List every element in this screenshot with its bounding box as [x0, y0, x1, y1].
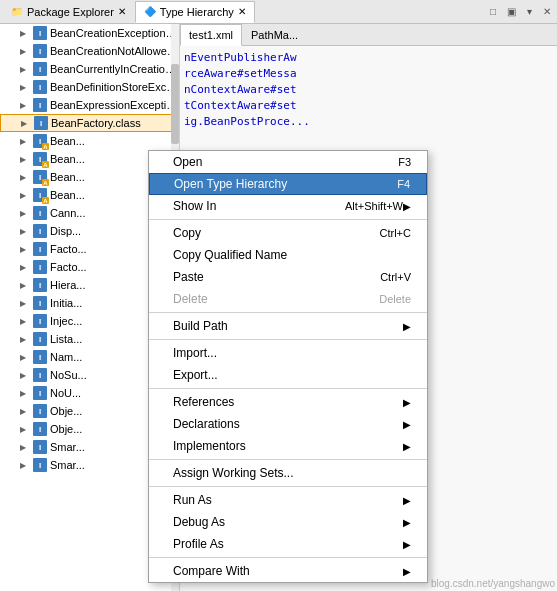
menu-item-export[interactable]: Export...: [149, 364, 427, 386]
tab-menu-btn[interactable]: ▾: [521, 4, 537, 20]
tree-icon-3: I: [32, 80, 48, 94]
tree-label-12: Facto...: [50, 243, 87, 255]
tree-icon-7: I: [32, 152, 48, 166]
right-tab-pathma[interactable]: PathMa...: [242, 24, 307, 46]
menu-run-as-label: Run As: [173, 493, 403, 507]
tab-type-hierarchy[interactable]: 🔷 Type Hierarchy ✕: [135, 1, 255, 23]
tree-arrow-4: ▶: [20, 101, 32, 110]
tree-arrow-3: ▶: [20, 83, 32, 92]
tree-arrow-0: ▶: [20, 29, 32, 38]
menu-item-declarations[interactable]: Declarations ▶: [149, 413, 427, 435]
tree-item-4[interactable]: ▶ I BeanExpressionException.class: [0, 96, 179, 114]
tree-label-11: Disp...: [50, 225, 81, 237]
tree-icon-0: I: [32, 26, 48, 40]
menu-assign-working-sets-label: Assign Working Sets...: [173, 466, 411, 480]
tree-label-10: Cann...: [50, 207, 85, 219]
menu-paste-shortcut: Ctrl+V: [360, 271, 411, 283]
menu-export-label: Export...: [173, 368, 411, 382]
tree-item-1[interactable]: ▶ I BeanCreationNotAllowedException.clas…: [0, 42, 179, 60]
right-line-1: rceAware#setMessa: [184, 66, 553, 82]
menu-run-as-arrow: ▶: [403, 495, 411, 506]
menu-item-references[interactable]: References ▶: [149, 391, 427, 413]
menu-separator-1: [149, 219, 427, 220]
tree-item-0[interactable]: ▶ I BeanCreationException.class: [0, 24, 179, 42]
menu-delete-shortcut: Delete: [359, 293, 411, 305]
right-line-0: nEventPublisherAw: [184, 50, 553, 66]
tree-label-23: Smar...: [50, 441, 85, 453]
menu-item-build-path[interactable]: Build Path ▶: [149, 315, 427, 337]
context-menu: Open F3 Open Type Hierarchy F4 Show In A…: [148, 150, 428, 583]
scrollbar-thumb: [171, 64, 179, 144]
menu-item-copy[interactable]: Copy Ctrl+C: [149, 222, 427, 244]
tree-icon-9: I: [32, 188, 48, 202]
menu-separator-7: [149, 557, 427, 558]
menu-item-compare-with[interactable]: Compare With ▶: [149, 560, 427, 582]
tree-arrow-18: ▶: [20, 353, 32, 362]
tree-icon-13: I: [32, 260, 48, 274]
tree-item-5[interactable]: ▶ I BeanFactory.class: [0, 114, 179, 132]
menu-item-paste[interactable]: Paste Ctrl+V: [149, 266, 427, 288]
menu-profile-as-label: Profile As: [173, 537, 403, 551]
menu-debug-as-label: Debug As: [173, 515, 403, 529]
tree-label-6: Bean...: [50, 135, 85, 147]
menu-open-type-hierarchy-label: Open Type Hierarchy: [174, 177, 377, 191]
tree-label-4: BeanExpressionException.class: [50, 99, 179, 111]
tree-item-2[interactable]: ▶ I BeanCurrentlyInCreationException.cla…: [0, 60, 179, 78]
tree-icon-20: I: [32, 386, 48, 400]
tree-label-5: BeanFactory.class: [51, 117, 141, 129]
tree-label-8: Bean...: [50, 171, 85, 183]
tree-arrow-20: ▶: [20, 389, 32, 398]
package-explorer-icon: 📁: [11, 6, 23, 17]
tree-icon-19: I: [32, 368, 48, 382]
tree-label-13: Facto...: [50, 261, 87, 273]
tree-arrow-13: ▶: [20, 263, 32, 272]
menu-item-open-type-hierarchy[interactable]: Open Type Hierarchy F4: [149, 173, 427, 195]
tab-package-explorer-label: Package Explorer: [27, 6, 114, 18]
menu-item-import[interactable]: Import...: [149, 342, 427, 364]
right-line-2: nContextAware#set: [184, 82, 553, 98]
tree-item-6[interactable]: ▶ I Bean...: [0, 132, 179, 150]
menu-open-label: Open: [173, 155, 378, 169]
tree-label-3: BeanDefinitionStoreException.class: [50, 81, 179, 93]
menu-item-assign-working-sets[interactable]: Assign Working Sets...: [149, 462, 427, 484]
tab-maximize-btn[interactable]: ▣: [503, 4, 519, 20]
menu-item-profile-as[interactable]: Profile As ▶: [149, 533, 427, 555]
tree-label-18: Nam...: [50, 351, 82, 363]
right-tab-test1[interactable]: test1.xml: [180, 24, 242, 46]
tree-arrow-2: ▶: [20, 65, 32, 74]
tree-label-7: Bean...: [50, 153, 85, 165]
tree-item-3[interactable]: ▶ I BeanDefinitionStoreException.class: [0, 78, 179, 96]
tree-label-20: NoU...: [50, 387, 81, 399]
tab-package-explorer[interactable]: 📁 Package Explorer ✕: [2, 1, 135, 23]
menu-debug-as-arrow: ▶: [403, 517, 411, 528]
menu-declarations-label: Declarations: [173, 417, 403, 431]
menu-item-implementors[interactable]: Implementors ▶: [149, 435, 427, 457]
tree-label-17: Lista...: [50, 333, 82, 345]
menu-item-open[interactable]: Open F3: [149, 151, 427, 173]
tab-bar: 📁 Package Explorer ✕ 🔷 Type Hierarchy ✕ …: [0, 0, 557, 24]
tab-close-btn[interactable]: ✕: [539, 4, 555, 20]
menu-import-label: Import...: [173, 346, 411, 360]
menu-build-path-label: Build Path: [173, 319, 403, 333]
menu-copy-qualified-label: Copy Qualified Name: [173, 248, 411, 262]
tree-arrow-22: ▶: [20, 425, 32, 434]
menu-item-copy-qualified[interactable]: Copy Qualified Name: [149, 244, 427, 266]
menu-paste-label: Paste: [173, 270, 360, 284]
right-tab-pathma-label: PathMa...: [251, 29, 298, 41]
tree-arrow-1: ▶: [20, 47, 32, 56]
menu-item-run-as[interactable]: Run As ▶: [149, 489, 427, 511]
menu-item-show-in[interactable]: Show In Alt+Shift+W ▶: [149, 195, 427, 217]
tree-arrow-23: ▶: [20, 443, 32, 452]
menu-item-debug-as[interactable]: Debug As ▶: [149, 511, 427, 533]
tree-icon-1: I: [32, 44, 48, 58]
tree-label-14: Hiera...: [50, 279, 85, 291]
tab-package-explorer-close[interactable]: ✕: [118, 6, 126, 17]
tree-label-16: Injec...: [50, 315, 82, 327]
tree-icon-14: I: [32, 278, 48, 292]
tree-icon-10: I: [32, 206, 48, 220]
tree-icon-12: I: [32, 242, 48, 256]
tree-icon-22: I: [32, 422, 48, 436]
tree-arrow-16: ▶: [20, 317, 32, 326]
tab-type-hierarchy-close[interactable]: ✕: [238, 6, 246, 17]
tab-minimize-btn[interactable]: □: [485, 4, 501, 20]
